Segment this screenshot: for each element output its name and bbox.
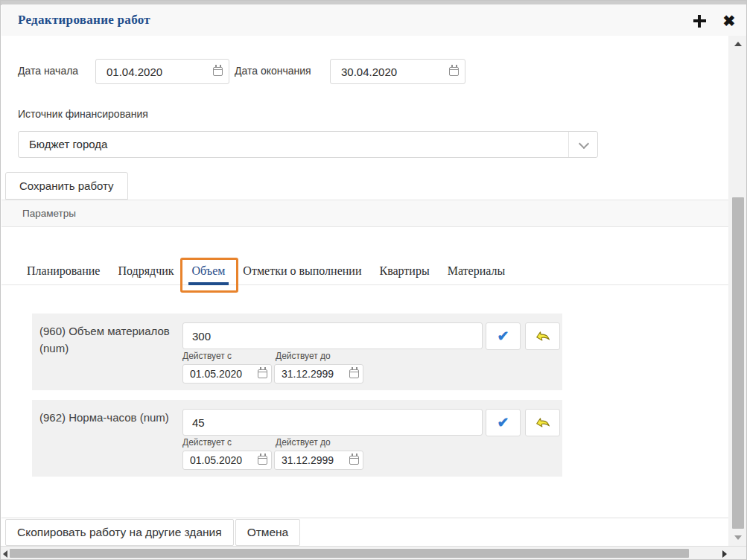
- end-date-field[interactable]: [330, 59, 465, 84]
- valid-from-field[interactable]: [182, 364, 272, 384]
- undo-button[interactable]: [525, 322, 560, 350]
- calendar-icon[interactable]: [449, 67, 459, 76]
- tab-materials[interactable]: Материалы: [448, 264, 506, 278]
- save-work-button[interactable]: Сохранить работу: [5, 172, 128, 200]
- confirm-button[interactable]: ✔: [486, 322, 521, 350]
- parameter-value-input[interactable]: [182, 322, 483, 349]
- close-button[interactable]: ✖: [720, 12, 738, 30]
- parameter-row: (960) Объем материалов (num) ✔ Действует…: [32, 314, 562, 390]
- select-arrow-zone[interactable]: [568, 132, 597, 157]
- parameter-value-field[interactable]: [182, 322, 483, 349]
- calendar-icon[interactable]: [258, 369, 267, 378]
- add-button[interactable]: [690, 12, 708, 30]
- start-date-field[interactable]: [95, 59, 229, 84]
- funding-source-value: Бюджет города: [29, 132, 107, 157]
- end-date-input[interactable]: [330, 59, 465, 84]
- valid-to-field[interactable]: [274, 364, 363, 384]
- parameter-value-field[interactable]: [182, 409, 483, 436]
- valid-to-label: Действует до: [276, 351, 331, 361]
- plus-icon: [693, 15, 706, 28]
- scroll-left-arrow-icon[interactable]: [3, 550, 7, 558]
- parameter-label: (960) Объем материалов (num): [39, 322, 185, 357]
- footer-divider: [1, 518, 728, 518]
- dialog-body: Дата начала Дата окончания Источник фина…: [1, 36, 729, 546]
- funding-source-label: Источник финансирования: [18, 108, 148, 120]
- chevron-down-icon: [579, 139, 589, 149]
- tab-contractor[interactable]: Подрядчик: [118, 264, 174, 278]
- parameter-value-input[interactable]: [182, 409, 483, 436]
- funding-source-select[interactable]: Бюджет города: [18, 131, 598, 158]
- tab-bar: Планирование Подрядчик Объем Отметки о в…: [1, 257, 728, 285]
- parameters-header-label: Параметры: [22, 200, 76, 226]
- scroll-right-arrow-icon[interactable]: [722, 550, 727, 558]
- tab-volume[interactable]: Объем: [192, 264, 226, 278]
- valid-from-label: Действует с: [182, 351, 232, 361]
- start-date-input[interactable]: [95, 59, 229, 84]
- dialog-title: Редактирование работ: [18, 4, 150, 36]
- scroll-down-arrow-icon[interactable]: [734, 535, 742, 540]
- valid-from-field[interactable]: [182, 451, 272, 470]
- scroll-up-arrow-icon[interactable]: [734, 42, 742, 46]
- tab-apartments[interactable]: Квартиры: [379, 264, 429, 278]
- vertical-scrollbar[interactable]: [728, 36, 747, 546]
- horizontal-scrollbar-thumb[interactable]: [10, 549, 689, 558]
- calendar-icon[interactable]: [213, 67, 223, 76]
- copy-work-button[interactable]: Скопировать работу на другие здания: [5, 519, 234, 546]
- dialog-header: Редактирование работ ✖: [1, 4, 747, 36]
- calendar-icon[interactable]: [349, 456, 359, 465]
- tab-planning[interactable]: Планирование: [27, 264, 100, 278]
- valid-to-label: Действует до: [276, 437, 331, 448]
- parameter-label: (962) Норма-часов (num): [39, 409, 185, 426]
- undo-icon: [533, 327, 552, 346]
- start-date-label: Дата начала: [18, 65, 78, 77]
- check-icon: ✔: [498, 328, 509, 345]
- valid-from-label: Действует с: [182, 437, 232, 448]
- close-icon: ✖: [723, 13, 736, 28]
- confirm-button[interactable]: ✔: [486, 409, 521, 436]
- active-tab-underline: [188, 282, 229, 285]
- horizontal-scrollbar[interactable]: [0, 546, 747, 560]
- parameter-row: (962) Норма-часов (num) ✔ Действует с Де…: [32, 400, 562, 477]
- cancel-button[interactable]: Отмена: [235, 519, 301, 546]
- check-icon: ✔: [498, 414, 509, 431]
- tab-completion-marks[interactable]: Отметки о выполнении: [243, 264, 361, 278]
- undo-button[interactable]: [525, 409, 560, 436]
- vertical-scrollbar-thumb[interactable]: [732, 197, 744, 529]
- valid-to-field[interactable]: [274, 451, 363, 470]
- undo-icon: [533, 413, 552, 432]
- calendar-icon[interactable]: [258, 456, 267, 465]
- parameters-section-header: Параметры: [1, 200, 728, 227]
- calendar-icon[interactable]: [349, 369, 359, 378]
- end-date-label: Дата окончания: [235, 65, 311, 77]
